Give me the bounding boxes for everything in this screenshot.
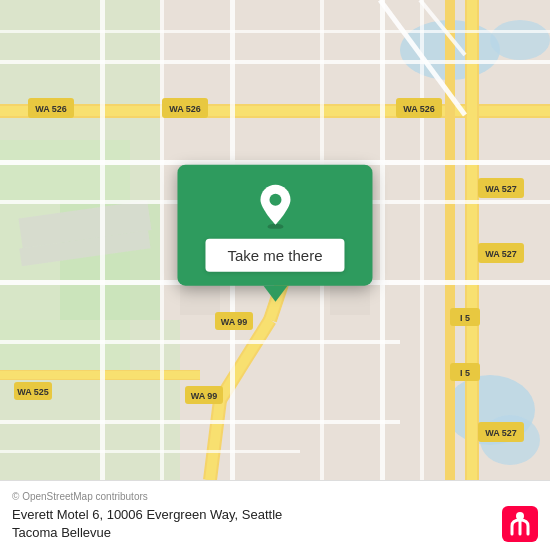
svg-text:WA 527: WA 527 (485, 184, 517, 194)
svg-point-8 (490, 20, 550, 60)
take-me-there-button[interactable]: Take me there (205, 239, 344, 272)
moovit-logo (502, 506, 538, 542)
address-text: Everett Motel 6, 10006 Evergreen Way, Se… (12, 506, 282, 542)
svg-text:WA 525: WA 525 (17, 387, 49, 397)
svg-text:WA 527: WA 527 (485, 428, 517, 438)
svg-text:WA 99: WA 99 (221, 317, 248, 327)
svg-rect-32 (100, 0, 105, 480)
svg-rect-37 (420, 0, 424, 480)
svg-rect-28 (0, 420, 400, 424)
moovit-icon (502, 506, 538, 542)
svg-rect-31 (0, 30, 550, 33)
svg-rect-33 (160, 0, 164, 480)
svg-rect-14 (467, 0, 477, 480)
popup-tail (263, 286, 287, 302)
svg-text:WA 526: WA 526 (403, 104, 435, 114)
svg-text:I 5: I 5 (460, 368, 470, 378)
svg-text:WA 527: WA 527 (485, 249, 517, 259)
osm-credit: © OpenStreetMap contributors (12, 491, 538, 502)
footer-row: Everett Motel 6, 10006 Evergreen Way, Se… (12, 506, 538, 542)
popup-overlay: Take me there (177, 165, 372, 302)
svg-point-70 (269, 194, 281, 206)
svg-rect-36 (380, 0, 385, 480)
svg-text:WA 526: WA 526 (169, 104, 201, 114)
location-pin-icon (256, 183, 294, 229)
svg-text:WA 99: WA 99 (191, 391, 218, 401)
svg-rect-30 (0, 60, 550, 64)
map-container: WA 526 WA 526 WA 526 WA 527 WA 527 WA 52… (0, 0, 550, 480)
popup-box: Take me there (177, 165, 372, 286)
svg-rect-29 (0, 450, 300, 453)
address-line: Everett Motel 6, 10006 Evergreen Way, Se… (12, 507, 282, 540)
svg-rect-15 (445, 0, 455, 480)
svg-rect-27 (0, 340, 400, 344)
svg-text:I 5: I 5 (460, 313, 470, 323)
svg-text:WA 526: WA 526 (35, 104, 67, 114)
footer: © OpenStreetMap contributors Everett Mot… (0, 480, 550, 550)
